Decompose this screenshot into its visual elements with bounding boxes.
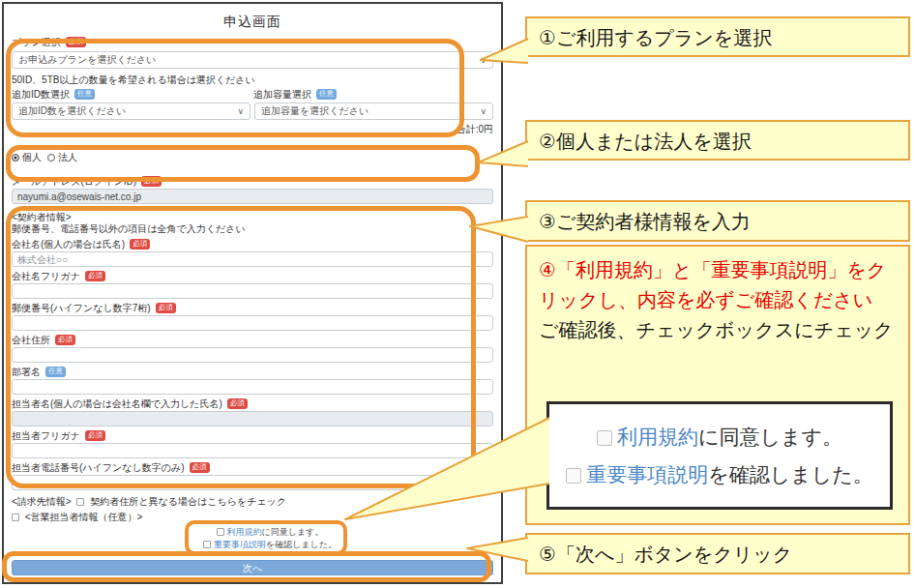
- preview-terms-text: に同意します。: [698, 426, 842, 448]
- required-badge: 必須: [85, 271, 105, 281]
- annotation-step4: ④「利用規約」と「重要事項説明」をクリックし、内容を必ずご確認ください ご確認後…: [525, 245, 910, 525]
- agreement-preview-box: 利用規約に同意します。 重要事項説明を確認しました。: [546, 401, 893, 510]
- chevron-down-icon: ∨: [237, 106, 244, 116]
- required-badge: 必須: [227, 398, 248, 409]
- sales-contact-label: <営業担当者情報（任意）>: [25, 512, 143, 522]
- terms-checkbox-preview: [597, 430, 612, 446]
- department-input[interactable]: [12, 379, 493, 395]
- billing-checkbox-label: 契約者住所と異なる場合はこちらをチェック: [90, 496, 286, 507]
- required-badge: 必須: [55, 335, 75, 345]
- agreement-block: 利用規約に同意します。 重要事項説明を確認しました。: [29, 526, 511, 551]
- add-capacity-select[interactable]: 追加容量を選択ください ∨: [254, 103, 493, 120]
- email-field[interactable]: [12, 189, 493, 204]
- annotation-step3-text: ③ご契約者様情報を入力: [527, 202, 908, 242]
- company-kana-input[interactable]: [12, 283, 493, 299]
- terms-agree-line: 利用規約に同意します。: [29, 526, 511, 539]
- contractor-section-title: <契約者情報>: [12, 212, 493, 223]
- add-id-select[interactable]: 追加ID数を選択ください ∨: [12, 103, 251, 120]
- annotation-step2: ②個人または法人を選択: [525, 120, 910, 161]
- important-matters-checkbox[interactable]: [203, 541, 211, 548]
- chevron-down-icon: ∨: [480, 55, 487, 65]
- important-matters-text: を確認しました。: [266, 540, 337, 549]
- corporate-radio[interactable]: [47, 154, 55, 162]
- corporate-radio-label: 法人: [58, 151, 77, 164]
- billing-section-title: <請求先情報>: [12, 496, 72, 507]
- plan-note: 50ID、5TB以上の数量を希望される場合は選択ください: [12, 74, 493, 86]
- important-checkbox-preview: [566, 468, 581, 484]
- contact-kana-input[interactable]: [12, 443, 493, 458]
- terms-link[interactable]: 利用規約: [227, 527, 262, 537]
- required-badge: 必須: [141, 176, 162, 187]
- total-price: 合計:0円: [12, 124, 493, 135]
- add-capacity-select-value: 追加容量を選択ください: [261, 104, 369, 118]
- annotation-step5-text: ⑤「次へ」ボタンをクリック: [527, 535, 908, 574]
- plan-select[interactable]: お申込みプランを選択ください ∨: [12, 51, 493, 69]
- screenshot-canvas: 申込画面 プラン選択 必須 お申込みプランを選択ください ∨ 50ID、5TB以…: [0, 0, 915, 588]
- contact-name-label: 担当者名(個人の場合は会社名欄で入力した氏名): [12, 398, 222, 409]
- required-badge: 必須: [130, 239, 150, 250]
- add-capacity-label: 追加容量選択: [253, 89, 311, 100]
- contact-name-input[interactable]: [12, 411, 493, 426]
- annotation-step1: ①ご利用するプランを選択: [525, 16, 910, 57]
- annotation-step2-text: ②個人または法人を選択: [527, 122, 908, 162]
- contact-phone-input[interactable]: [12, 475, 493, 490]
- preview-important-text: を確認しました。: [708, 463, 872, 485]
- billing-diff-checkbox[interactable]: [76, 498, 84, 506]
- company-address-input[interactable]: [12, 347, 493, 363]
- page-title: 申込画面: [12, 14, 493, 31]
- annotation-step4-red-text: ④「利用規約」と「重要事項説明」をクリックし、内容を必ずご確認ください: [539, 259, 886, 310]
- preview-important-line: 重要事項説明を確認しました。: [549, 456, 890, 493]
- optional-badge: 任意: [74, 89, 95, 100]
- company-name-input[interactable]: [12, 251, 493, 267]
- required-badge: 必須: [156, 303, 176, 313]
- annotation-step1-text: ①ご利用するプランを選択: [527, 18, 908, 58]
- important-matters-link[interactable]: 重要事項説明: [214, 540, 266, 549]
- required-badge: 必須: [85, 430, 105, 441]
- terms-agree-text: に同意します。: [262, 527, 324, 537]
- company-name-label: 会社名(個人の場合は氏名): [12, 239, 125, 250]
- annotation-step4-black-text: ご確認後、チェックボックスにチェック: [539, 319, 894, 340]
- terms-checkbox[interactable]: [217, 528, 224, 536]
- email-label: メールアドレス(ログインID): [12, 176, 136, 187]
- postal-code-label: 郵便番号(ハイフンなし数字7桁): [12, 303, 151, 313]
- company-address-label: 会社住所: [12, 335, 50, 345]
- contact-phone-label: 担当者電話番号(ハイフンなし数字のみ): [12, 462, 185, 473]
- company-kana-label: 会社名フリガナ: [12, 271, 80, 281]
- optional-badge: 任意: [316, 89, 337, 100]
- terms-link-preview: 利用規約: [617, 426, 698, 448]
- annotation-step5: ⑤「次へ」ボタンをクリック: [525, 533, 910, 574]
- chevron-down-icon: ∨: [480, 106, 487, 116]
- preview-terms-line: 利用規約に同意します。: [549, 418, 890, 456]
- plan-select-label: プラン選択: [12, 37, 61, 47]
- add-id-select-value: 追加ID数を選択ください: [18, 104, 126, 118]
- required-badge: 必須: [66, 37, 86, 47]
- annotation-step3: ③ご契約者様情報を入力: [525, 200, 910, 242]
- postal-code-input[interactable]: [12, 315, 493, 331]
- contact-kana-label: 担当者フリガナ: [12, 430, 80, 441]
- important-matters-line: 重要事項説明を確認しました。: [29, 539, 511, 551]
- plan-select-value: お申込みプランを選択ください: [18, 53, 156, 67]
- next-button[interactable]: 次へ: [12, 560, 493, 575]
- personal-radio[interactable]: [12, 154, 19, 162]
- personal-radio-label: 個人: [22, 151, 42, 164]
- sales-contact-checkbox[interactable]: [12, 514, 19, 521]
- application-form-panel: 申込画面 プラン選択 必須 お申込みプランを選択ください ∨ 50ID、5TB以…: [2, 2, 503, 584]
- add-id-label: 追加ID数選択: [12, 89, 70, 100]
- important-link-preview: 重要事項説明: [586, 463, 708, 485]
- optional-badge: 任意: [45, 367, 66, 377]
- department-label: 部署名: [12, 367, 41, 377]
- contractor-note: 郵便番号、電話番号以外の項目は全角で入力ください: [12, 223, 493, 235]
- required-badge: 必須: [190, 462, 210, 473]
- entity-type-group: 個人 法人: [12, 151, 493, 164]
